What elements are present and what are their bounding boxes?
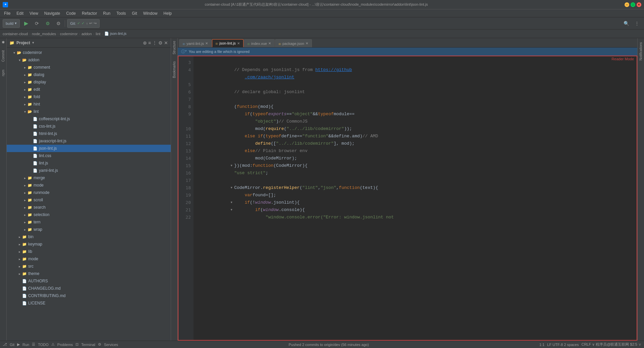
tree-item-lint-css[interactable]: 📄 lint.css	[7, 152, 171, 159]
breadcrumb-lint[interactable]: lint	[96, 32, 100, 36]
tree-item-edit[interactable]: ▸ 📁 edit	[7, 86, 171, 93]
tree-item-codemirror[interactable]: ▾ 📂 codemirror	[7, 49, 171, 56]
tree-item-tern[interactable]: ▸ 📁 tern	[7, 218, 171, 226]
tree-item-contributing[interactable]: 📄 CONTRIBUTING.md	[7, 292, 171, 299]
tree-item-mode[interactable]: ▸ 📁 mode	[7, 182, 171, 189]
sync-icon[interactable]: ⟳	[33, 19, 41, 28]
breadcrumb-node-modules[interactable]: node_modules	[32, 32, 56, 36]
info-icon: ⓘ*	[181, 49, 187, 55]
tree-item-json-lint[interactable]: 📄 json-lint.js	[7, 145, 171, 152]
tree-item-lint[interactable]: ▾ 📂 lint	[7, 108, 171, 115]
code-editor[interactable]: Reader Mode 3 4 5 6 7 8 9 10 11 12 13 14…	[178, 56, 637, 341]
terminal-icon[interactable]: ⊡	[75, 342, 78, 347]
reader-mode-label[interactable]: Reader Mode	[611, 57, 634, 61]
close-tab-vue[interactable]: ✕	[268, 42, 271, 45]
problems-icon[interactable]: ⚠	[51, 342, 55, 347]
tree-item-search[interactable]: ▸ 📁 search	[7, 204, 171, 211]
structure-tab[interactable]: Structure	[172, 41, 176, 55]
tree-item-changelog[interactable]: 📄 CHANGELOG.md	[7, 285, 171, 292]
settings-icon[interactable]: ⚙	[54, 19, 63, 28]
tree-item-html-lint[interactable]: 📄 html-lint.js	[7, 130, 171, 137]
md-file-icon: 📄	[22, 293, 27, 298]
encoding-info[interactable]: LF UTF-8 2 spaces	[547, 343, 579, 347]
more-icon[interactable]: ⋮	[633, 19, 641, 28]
tab-index-vue[interactable]: ⎄ index.vue ✕	[244, 39, 275, 47]
tree-item-dialog[interactable]: ▸ 📁 dialog	[7, 71, 171, 78]
options-icon[interactable]: ⋮	[152, 40, 157, 46]
settings-icon[interactable]: ⚙	[158, 40, 163, 46]
menu-help[interactable]: Help	[161, 10, 174, 16]
menu-file[interactable]: File	[1, 10, 13, 16]
close-button[interactable]: ✕	[637, 2, 641, 7]
tree-item-hint[interactable]: ▸ 📁 hint	[7, 100, 171, 108]
run-button[interactable]: ▶	[22, 19, 31, 28]
tree-item-css-lint[interactable]: 📄 css-lint.js	[7, 123, 171, 130]
right-sidebar: Notifications	[637, 38, 644, 341]
tree-item-wrap[interactable]: ▸ 📁 wrap	[7, 226, 171, 233]
tab-yaml-lint[interactable]: ⎄ yaml-lint.js ✕	[179, 39, 212, 47]
tab-json-lint[interactable]: ⎄ json-lint.js ✕	[212, 39, 244, 47]
commit-tab[interactable]: Commit	[1, 50, 5, 62]
tree-item-license[interactable]: 📄 LICENSE	[7, 299, 171, 307]
menu-view[interactable]: View	[27, 10, 41, 16]
tree-item-javascript-lint[interactable]: 📄 javascript-lint.js	[7, 137, 171, 145]
cursor-position[interactable]: 1:1	[539, 343, 544, 347]
maximize-button[interactable]: □	[631, 2, 635, 7]
project-panel: 📁 Project ▾ ⊕ ≡ ⋮ ⚙ ✕ ▾ 📂 codemirror ▾	[7, 38, 171, 341]
tree-item-merge[interactable]: ▸ 📁 merge	[7, 174, 171, 182]
file-icon: 📄	[22, 279, 27, 283]
close-tab-package[interactable]: ✕	[306, 42, 308, 45]
folder-icon: 📁	[28, 205, 32, 210]
tree-item-comment[interactable]: ▸ 📁 comment	[7, 64, 171, 71]
git-redo-icon: ↪	[94, 21, 97, 25]
json-icon: ⎄	[279, 42, 281, 46]
close-panel-icon[interactable]: ✕	[164, 40, 168, 46]
search-everywhere-icon[interactable]: 🔍	[622, 19, 631, 28]
tree-item-selection[interactable]: ▸ 📁 selection	[7, 211, 171, 218]
code-line-12: define(["../../lib/codemirror"], mod);	[198, 140, 633, 147]
menu-window[interactable]: Window	[141, 10, 160, 16]
menu-refactor[interactable]: Refactor	[79, 10, 100, 16]
tree-item-coffeescript-lint[interactable]: 📄 coffeescript-lint.js	[7, 115, 171, 123]
tree-item-src[interactable]: ▸ 📁 src	[7, 263, 171, 270]
tree-item-mode2[interactable]: ▸ 📁 mode	[7, 255, 171, 263]
menu-git[interactable]: Git	[129, 10, 140, 16]
tree-item-scroll[interactable]: ▸ 📁 scroll	[7, 196, 171, 204]
code-content[interactable]: // Depends on jsonlint.js from https://g…	[194, 56, 637, 340]
code-line-15: ▾})(mod: function(CodeMirror) {	[198, 162, 633, 169]
menu-edit[interactable]: Edit	[14, 10, 26, 16]
refresh-icon[interactable]: ⚙	[43, 19, 52, 28]
build-dropdown[interactable]: build ▾	[3, 19, 20, 28]
minimize-button[interactable]: ─	[625, 2, 629, 7]
tree-item-bin[interactable]: ▸ 📁 bin	[7, 233, 171, 240]
tree-item-fold[interactable]: ▸ 📁 fold	[7, 93, 171, 100]
tree-item-keymap[interactable]: ▸ 📁 keymap	[7, 240, 171, 248]
project-dropdown-icon[interactable]: ▾	[32, 41, 34, 45]
tree-item-lib[interactable]: ▸ 📁 lib	[7, 248, 171, 255]
close-tab-json[interactable]: ✕	[237, 42, 240, 45]
menu-navigate[interactable]: Navigate	[42, 10, 63, 16]
locate-icon[interactable]: ⊕	[143, 40, 147, 46]
close-tab-yaml[interactable]: ✕	[205, 42, 208, 45]
tree-item-lint-js[interactable]: 📄 lint.js	[7, 159, 171, 167]
menu-run[interactable]: Run	[100, 10, 113, 16]
collapse-icon[interactable]: ≡	[148, 40, 151, 46]
npm-tab[interactable]: npm	[1, 70, 5, 76]
tree-item-addon[interactable]: ▾ 📂 addon	[7, 56, 171, 64]
menu-code[interactable]: Code	[63, 10, 78, 16]
tree-item-runmode[interactable]: ▸ 📁 runmode	[7, 189, 171, 196]
breadcrumb-root[interactable]: container-cloud	[3, 32, 28, 36]
tree-item-display[interactable]: ▸ 📁 display	[7, 78, 171, 86]
breadcrumb-codemirror[interactable]: codemirror	[60, 32, 78, 36]
menu-tools[interactable]: Tools	[114, 10, 128, 16]
tree-item-yaml-lint[interactable]: 📄 yaml-lint.js	[7, 167, 171, 174]
tree-item-authors[interactable]: 📄 AUTHORS	[7, 277, 171, 285]
todo-icon[interactable]: ☰	[32, 342, 35, 347]
tree-item-theme[interactable]: ▸ 📁 theme	[7, 270, 171, 277]
breadcrumb-addon[interactable]: addon	[82, 32, 92, 36]
run-status-icon[interactable]: ▶	[17, 342, 20, 347]
tab-package-json[interactable]: ⎄ package.json ✕	[275, 39, 312, 47]
bookmarks-tab[interactable]: Bookmarks	[172, 61, 176, 78]
services-icon[interactable]: ⚙	[98, 342, 101, 347]
notifications-tab[interactable]: Notifications	[638, 41, 643, 62]
